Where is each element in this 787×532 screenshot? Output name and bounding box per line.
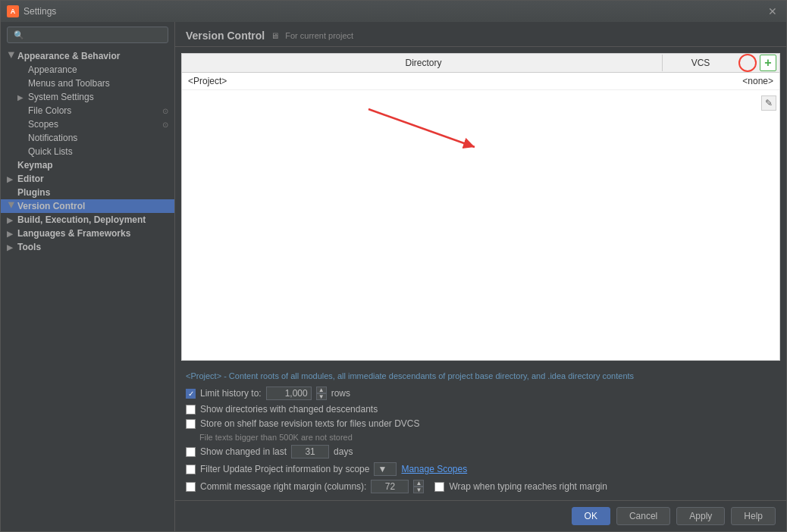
- store-shelf-checkbox[interactable]: [186, 419, 196, 429]
- show-changed-input[interactable]: [291, 445, 329, 458]
- for-project-icon: 🖥: [271, 31, 279, 40]
- settings-note: <Project> - Content roots of all modules…: [186, 371, 776, 380]
- vcs-table-area: Directory VCS + <Project> <none>: [181, 53, 780, 361]
- commit-margin-checkbox[interactable]: [186, 482, 196, 492]
- settings-area: <Project> - Content roots of all modules…: [175, 367, 786, 500]
- main-panel: Version Control 🖥 For current project Di…: [175, 22, 786, 531]
- col-header-directory: Directory: [185, 55, 663, 71]
- table-row: <Project> <none>: [182, 73, 779, 90]
- store-shelf-note: File texts bigger than 500K are not stor…: [199, 433, 776, 442]
- expand-arrow-icon: ▶: [17, 93, 27, 102]
- margin-spinner-up-button[interactable]: ▲: [413, 480, 424, 487]
- sidebar-item-scopes[interactable]: Scopes ⊙: [1, 117, 174, 131]
- expand-arrow-icon: ▶: [7, 175, 16, 183]
- sidebar-item-file-colors[interactable]: File Colors ⊙: [1, 104, 174, 117]
- expand-arrow-icon: ▶: [7, 230, 16, 238]
- expand-arrow-icon: ▶: [8, 52, 16, 61]
- sidebar-item-editor[interactable]: ▶ Editor: [1, 172, 174, 186]
- scope-dropdown-arrow: ▼: [378, 464, 387, 474]
- file-colors-badge-icon: ⊙: [162, 107, 168, 115]
- commit-margin-row: Commit message right margin (columns): ▲…: [186, 480, 776, 493]
- content-area: 🔍 ▶ Appearance & Behavior Appearance Men…: [1, 22, 786, 531]
- title-bar: A Settings ✕: [1, 1, 786, 22]
- cancel-button[interactable]: Cancel: [616, 507, 670, 525]
- filter-update-checkbox[interactable]: [186, 465, 196, 474]
- nav-tree: ▶ Appearance & Behavior Appearance Menus…: [1, 48, 174, 531]
- cell-directory: <Project>: [182, 73, 704, 89]
- sidebar-item-version-control[interactable]: ▶ Version Control: [1, 199, 174, 213]
- scope-dropdown[interactable]: ▼: [374, 462, 397, 476]
- close-button[interactable]: ✕: [765, 4, 780, 19]
- red-arrow-svg: [361, 102, 513, 162]
- wrap-checkbox[interactable]: [434, 482, 444, 492]
- search-input[interactable]: [27, 30, 161, 40]
- spacer-icon: [17, 107, 27, 115]
- page-title: Version Control: [186, 30, 265, 42]
- main-header: Version Control 🖥 For current project: [175, 22, 786, 47]
- spacer-icon: [17, 80, 27, 88]
- limit-history-suffix: rows: [331, 388, 350, 399]
- add-vcs-button[interactable]: +: [760, 55, 776, 71]
- spacer-icon: [17, 148, 27, 156]
- vcs-toolbar: Directory VCS +: [182, 54, 779, 73]
- wrap-label: Wrap when typing reaches right margin: [449, 481, 607, 492]
- limit-history-label: Limit history to:: [200, 388, 262, 399]
- annotation-arrow: [361, 102, 513, 164]
- search-box[interactable]: 🔍: [7, 27, 168, 43]
- sidebar-item-tools[interactable]: ▶ Tools: [1, 240, 174, 254]
- sidebar-item-plugins[interactable]: Plugins: [1, 186, 174, 199]
- sidebar-item-appearance[interactable]: Appearance: [1, 63, 174, 77]
- sidebar: 🔍 ▶ Appearance & Behavior Appearance Men…: [1, 22, 175, 531]
- sidebar-item-system-settings[interactable]: ▶ System Settings: [1, 90, 174, 104]
- margin-spinner: ▲ ▼: [413, 480, 424, 493]
- search-icon: 🔍: [14, 30, 24, 40]
- sidebar-item-notifications[interactable]: Notifications: [1, 131, 174, 145]
- vcs-edit-button[interactable]: ✎: [761, 95, 776, 111]
- sidebar-item-languages-frameworks[interactable]: ▶ Languages & Frameworks: [1, 227, 174, 240]
- limit-history-input[interactable]: [266, 386, 312, 400]
- page-subtitle: For current project: [285, 31, 353, 40]
- ok-button[interactable]: OK: [572, 507, 610, 525]
- apply-button[interactable]: Apply: [676, 507, 725, 525]
- manage-scopes-link[interactable]: Manage Scopes: [401, 464, 467, 474]
- cell-vcs: <none>: [704, 73, 779, 89]
- spacer-icon: [7, 161, 16, 170]
- add-btn-circle: [738, 54, 757, 72]
- limit-history-checkbox[interactable]: [186, 389, 196, 399]
- sidebar-item-keymap[interactable]: Keymap: [1, 158, 174, 172]
- spacer-icon: [17, 134, 27, 142]
- app-icon: A: [7, 5, 19, 17]
- sidebar-item-menus-toolbars[interactable]: Menus and Toolbars: [1, 77, 174, 90]
- show-changed-suffix: days: [334, 446, 353, 457]
- sidebar-item-quick-lists[interactable]: Quick Lists: [1, 145, 174, 158]
- limit-history-row: Limit history to: ▲ ▼ rows: [186, 386, 776, 400]
- commit-margin-input[interactable]: [371, 480, 409, 493]
- footer: OK Cancel Apply Help: [175, 500, 786, 531]
- filter-update-label: Filter Update Project information by sco…: [200, 464, 369, 474]
- store-shelf-label: Store on shelf base revision texts for f…: [200, 418, 419, 429]
- vcs-table-content: <Project> <none>: [182, 73, 779, 360]
- settings-window: A Settings ✕ 🔍 ▶ Appearance & Behavior A…: [0, 0, 787, 532]
- show-directories-label: Show directories with changed descendant…: [200, 404, 378, 415]
- commit-margin-label: Commit message right margin (columns):: [200, 481, 366, 492]
- spinner-up-button[interactable]: ▲: [316, 386, 327, 393]
- spacer-icon: [17, 66, 27, 74]
- help-button[interactable]: Help: [731, 507, 776, 525]
- spacer-icon: [17, 120, 27, 129]
- show-directories-checkbox[interactable]: [186, 405, 196, 415]
- scopes-badge-icon: ⊙: [162, 120, 168, 129]
- sidebar-item-appearance-behavior[interactable]: ▶ Appearance & Behavior: [1, 49, 174, 63]
- vcs-column-headers: Directory VCS: [185, 55, 738, 71]
- margin-spinner-down-button[interactable]: ▼: [413, 487, 424, 493]
- window-title: Settings: [24, 6, 56, 17]
- spinner-down-button[interactable]: ▼: [316, 393, 327, 400]
- filter-update-row: Filter Update Project information by sco…: [186, 462, 776, 476]
- sidebar-item-build-execution[interactable]: ▶ Build, Execution, Deployment: [1, 213, 174, 227]
- history-spinner: ▲ ▼: [316, 386, 327, 400]
- expand-arrow-icon: ▶: [7, 243, 16, 252]
- show-directories-row: Show directories with changed descendant…: [186, 404, 776, 415]
- store-shelf-row: Store on shelf base revision texts for f…: [186, 418, 776, 429]
- expand-arrow-icon: ▶: [8, 202, 16, 211]
- title-bar-left: A Settings: [7, 5, 56, 17]
- show-changed-checkbox[interactable]: [186, 447, 196, 457]
